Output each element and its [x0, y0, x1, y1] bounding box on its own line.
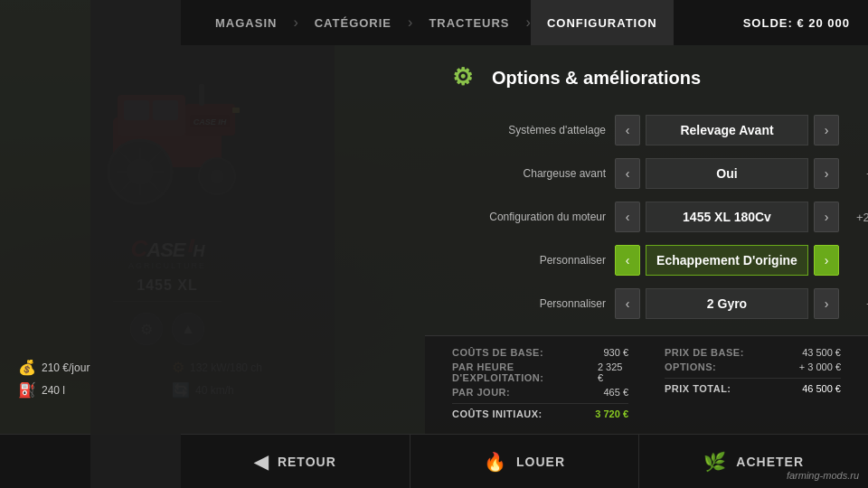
cost-total-label: PRIX TOTAL: [665, 383, 731, 394]
breadcrumb: MAGASIN › CATÉGORIE › TRACTEURS › CONFIG… [181, 0, 868, 45]
option-label-1: Chargeuse avant [452, 167, 606, 180]
cost-daily-label: PAR JOUR: [452, 387, 510, 398]
option-row-1: Chargeuse avant ‹ Oui › +800 € [452, 158, 841, 189]
option-price-0: +0 € [848, 124, 868, 137]
fuel-icon: ⛽ [18, 381, 36, 399]
option-control-2: ‹ 1455 XL 180Cv › [615, 202, 839, 232]
option-next-4[interactable]: › [814, 288, 839, 319]
cost-row-hourly: PAR HEURE D'EXPLOITATION: 2 325 € [452, 361, 628, 383]
cost-row-price-base: PRIX DE BASE: 43 500 € [665, 347, 841, 358]
cost-initial-value: 3 720 € [595, 408, 628, 419]
cost-row-base: COÛTS DE BASE: 930 € [452, 347, 628, 358]
option-value-3: Echappement D'origine [646, 245, 808, 276]
cost-options-value: + 3 000 € [799, 361, 841, 372]
cost-total-value: 46 500 € [802, 383, 841, 394]
option-label-0: Systèmes d'attelage [452, 124, 606, 136]
cost-base-value: 930 € [603, 347, 628, 358]
option-row-3: Personnaliser ‹ Echappement D'origine › … [452, 245, 841, 276]
option-prev-2[interactable]: ‹ [615, 202, 640, 232]
option-label-3: Personnaliser [452, 254, 606, 267]
option-value-1: Oui [646, 158, 808, 189]
retour-button[interactable]: ◀ RETOUR [181, 435, 410, 488]
option-prev-0[interactable]: ‹ [615, 115, 640, 145]
balance-label: SOLDE: [743, 16, 797, 30]
cost-row-options: OPTIONS: + 3 000 € [665, 361, 841, 372]
option-control-1: ‹ Oui › [615, 158, 839, 189]
breadcrumb-configuration[interactable]: CONFIGURATION [531, 0, 674, 45]
option-next-1[interactable]: › [814, 158, 839, 189]
option-price-2: +2 000 € [848, 211, 868, 224]
louer-button[interactable]: 🔥 LOUER [410, 435, 640, 488]
cost-hourly-label: PAR HEURE D'EXPLOITATION: [452, 361, 598, 383]
cost-row-total: PRIX TOTAL: 46 500 € [665, 378, 841, 394]
cost-price-base-value: 43 500 € [802, 347, 841, 358]
balance-value: € 20 000 [797, 16, 850, 30]
option-price-4: +200 € [848, 297, 868, 311]
options-gear-icon: ⚙ [452, 63, 481, 92]
cost-row-initial: COÛTS INITIAUX: 3 720 € [452, 403, 628, 419]
option-next-3[interactable]: › [814, 245, 839, 276]
louer-icon: 🔥 [484, 451, 507, 473]
option-control-4: ‹ 2 Gyro › [615, 288, 839, 319]
option-prev-4[interactable]: ‹ [615, 288, 640, 319]
cost-daily-value: 465 € [603, 387, 628, 398]
cost-col-left: COÛTS DE BASE: 930 € PAR HEURE D'EXPLOIT… [452, 347, 628, 423]
cost-price-base-label: PRIX DE BASE: [665, 347, 744, 358]
option-row-2: Configuration du moteur ‹ 1455 XL 180Cv … [452, 202, 841, 232]
cost-summary: COÛTS DE BASE: 930 € PAR HEURE D'EXPLOIT… [425, 335, 868, 434]
stat-fuel-value: 240 l [42, 384, 65, 397]
option-next-2[interactable]: › [814, 202, 839, 232]
retour-icon: ◀ [254, 451, 269, 473]
option-control-0: ‹ Relevage Avant › [615, 115, 839, 145]
breadcrumb-tracteurs[interactable]: TRACTEURS [412, 0, 525, 45]
option-prev-3[interactable]: ‹ [615, 245, 640, 276]
section-title: ⚙ Options & améliorations [452, 63, 841, 92]
option-prev-1[interactable]: ‹ [615, 158, 640, 189]
cost-initial-label: COÛTS INITIAUX: [452, 408, 542, 419]
section-title-text: Options & améliorations [492, 68, 701, 89]
option-value-2: 1455 XL 180Cv [646, 202, 808, 232]
acheter-icon: 🌿 [703, 451, 727, 473]
action-bar: ◀ RETOUR 🔥 LOUER 🌿 ACHETER [181, 434, 868, 488]
balance-display: SOLDE: € 20 000 [743, 16, 850, 30]
option-next-0[interactable]: › [814, 115, 839, 145]
option-row-4: Personnaliser ‹ 2 Gyro › +200 € [452, 288, 841, 319]
louer-label: LOUER [516, 455, 565, 469]
cost-base-label: COÛTS DE BASE: [452, 347, 543, 358]
option-label-4: Personnaliser [452, 297, 606, 310]
cost-options-label: OPTIONS: [665, 361, 716, 372]
watermark: farming-mods.ru [787, 470, 859, 481]
option-value-4: 2 Gyro [646, 288, 808, 319]
cost-col-right: PRIX DE BASE: 43 500 € OPTIONS: + 3 000 … [665, 347, 841, 423]
option-value-0: Relevage Avant [646, 115, 808, 145]
option-label-2: Configuration du moteur [452, 211, 606, 223]
stat-cost-value: 210 €/jour [42, 361, 90, 374]
cost-hourly-value: 2 325 € [598, 361, 628, 383]
option-row-0: Systèmes d'attelage ‹ Relevage Avant › +… [452, 115, 841, 145]
option-price-1: +800 € [848, 167, 868, 181]
option-control-3: ‹ Echappement D'origine › [615, 245, 839, 276]
main-panel: MAGASIN › CATÉGORIE › TRACTEURS › CONFIG… [90, 0, 868, 488]
breadcrumb-magasin[interactable]: MAGASIN [199, 0, 293, 45]
cost-row-daily: PAR JOUR: 465 € [452, 387, 628, 398]
retour-label: RETOUR [278, 455, 336, 469]
option-price-3: +0 € [848, 254, 868, 267]
acheter-label: ACHETER [736, 455, 804, 469]
cost-icon: 💰 [18, 359, 36, 376]
breadcrumb-categorie[interactable]: CATÉGORIE [298, 0, 408, 45]
